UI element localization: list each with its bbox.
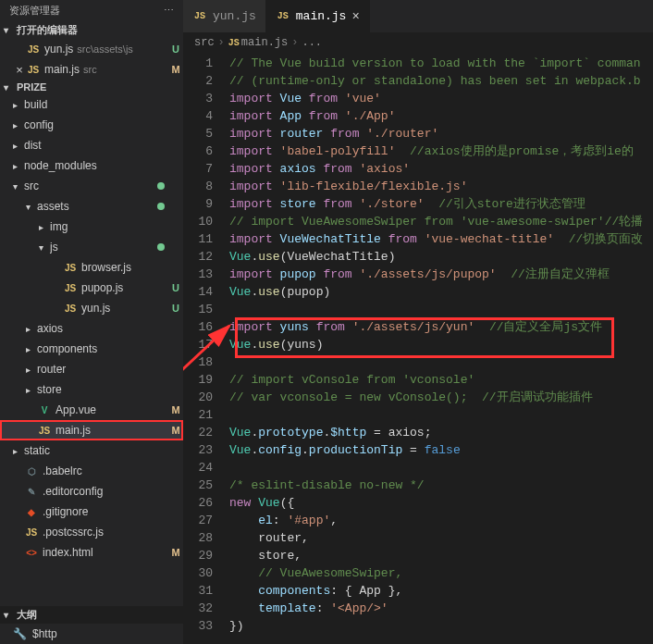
file-icon: ◆ <box>24 507 39 517</box>
folder-item[interactable]: ▸config <box>0 115 183 135</box>
close-icon[interactable]: × <box>13 63 26 77</box>
file-icon: V <box>37 405 52 415</box>
breadcrumb[interactable]: src›JSmain.js›... <box>183 32 653 53</box>
file-item[interactable]: VApp.vueM <box>0 400 183 420</box>
file-item[interactable]: JSyun.jsU <box>0 298 183 318</box>
file-icon: ⬡ <box>24 466 39 477</box>
chevron-icon: ▸ <box>13 141 24 151</box>
editor-area: JSyun.jsJSmain.js× src›JSmain.js›... 123… <box>183 0 653 644</box>
file-item[interactable]: ✎.editorconfig <box>0 481 183 502</box>
chevron-icon: ▸ <box>13 446 24 456</box>
file-icon: JS <box>37 426 52 436</box>
chevron-icon: ▸ <box>13 120 24 130</box>
explorer-title: 资源管理器 ⋯ <box>0 0 183 21</box>
file-item[interactable]: <>index.htmlM <box>0 542 183 563</box>
outline-item[interactable]: 🔧 $http <box>0 624 183 644</box>
file-icon: JS <box>276 11 290 21</box>
file-item[interactable]: JSbrowser.js <box>0 257 183 278</box>
file-icon: <> <box>24 548 39 558</box>
file-icon: ✎ <box>24 487 39 497</box>
close-icon[interactable]: × <box>351 9 359 24</box>
file-icon: JS <box>63 283 78 293</box>
chevron-icon: ▸ <box>26 365 37 375</box>
folder-item[interactable]: ▸axios <box>0 318 183 339</box>
folder-item[interactable]: ▸store <box>0 379 183 400</box>
folder-item[interactable]: ▸components <box>0 339 183 359</box>
file-icon: JS <box>63 263 78 273</box>
open-editor-item[interactable]: ×JSmain.jssrcM <box>0 59 183 80</box>
git-dot-icon <box>157 243 165 251</box>
chevron-icon: ▸ <box>26 385 37 395</box>
folder-item[interactable]: ▸build <box>0 94 183 115</box>
folder-item[interactable]: ▸img <box>0 217 183 237</box>
chevron-icon: ▸ <box>39 222 50 232</box>
chevron-icon: ▸ <box>26 324 37 334</box>
open-editors-header[interactable]: ▾打开的编辑器 <box>0 21 183 39</box>
folder-item[interactable]: ▸node_modules <box>0 155 183 176</box>
folder-item[interactable]: ▸dist <box>0 135 183 155</box>
file-item[interactable]: JS.postcssrc.js <box>0 522 183 542</box>
folder-item[interactable]: ▾js <box>0 237 183 257</box>
file-icon: JS <box>192 11 207 21</box>
folder-item[interactable]: ▸router <box>0 359 183 379</box>
folder-item[interactable]: ▸static <box>0 440 183 461</box>
file-item[interactable]: ◆.gitignore <box>0 502 183 522</box>
project-header[interactable]: ▾PRIZE <box>0 80 183 94</box>
code-area[interactable]: 1234567891011121314151617181920212223242… <box>183 53 653 644</box>
file-item[interactable]: JSpupop.jsU <box>0 278 183 298</box>
git-dot-icon <box>157 203 165 210</box>
chevron-icon: ▾ <box>13 181 24 192</box>
chevron-icon: ▸ <box>13 161 24 171</box>
tab-bar: JSyun.jsJSmain.js× <box>183 0 653 32</box>
line-gutter: 1234567891011121314151617181920212223242… <box>183 53 229 644</box>
file-item[interactable]: ⬡.babelrc <box>0 461 183 481</box>
open-editor-item[interactable]: JSyun.jssrc\assets\jsU <box>0 39 183 59</box>
chevron-icon: ▸ <box>13 100 24 110</box>
git-dot-icon <box>157 182 165 190</box>
code-content[interactable]: // The Vue build version to load with th… <box>229 53 653 644</box>
folder-item[interactable]: ▾src <box>0 176 183 196</box>
chevron-icon: ▾ <box>39 242 50 253</box>
sidebar: 资源管理器 ⋯ ▾打开的编辑器 JSyun.jssrc\assets\jsU×J… <box>0 0 183 644</box>
file-icon: JS <box>24 527 39 538</box>
chevron-icon: ▾ <box>26 202 37 212</box>
editor-tab[interactable]: JSmain.js× <box>266 0 370 32</box>
editor-tab[interactable]: JSyun.js <box>183 0 266 32</box>
file-item[interactable]: JSmain.jsM <box>0 420 183 440</box>
wrench-icon: 🔧 <box>13 627 27 640</box>
outline-header[interactable]: ▾大纲 <box>0 606 183 624</box>
folder-item[interactable]: ▾assets <box>0 196 183 217</box>
file-icon: JS <box>63 303 78 314</box>
chevron-icon: ▸ <box>26 344 37 354</box>
